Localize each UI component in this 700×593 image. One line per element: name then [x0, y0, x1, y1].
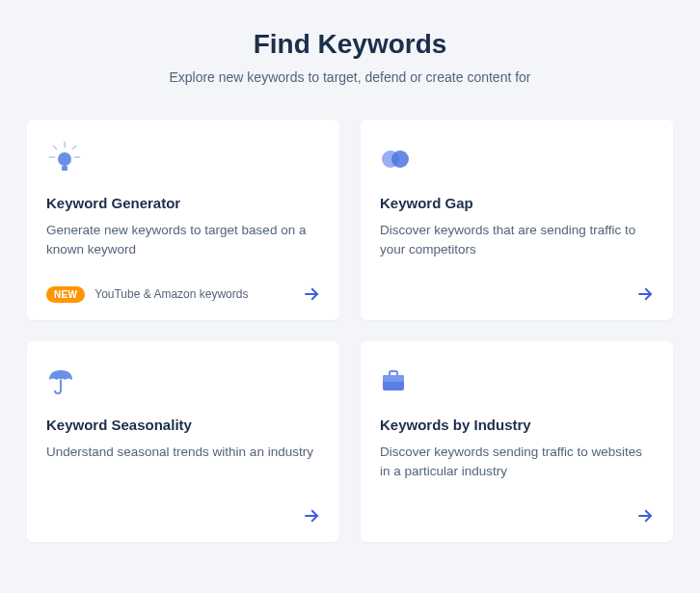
arrow-right-icon — [636, 285, 654, 303]
umbrella-icon — [46, 363, 320, 399]
card-footer — [380, 285, 654, 303]
card-keywords-by-industry[interactable]: Keywords by Industry Discover keywords s… — [361, 341, 673, 542]
svg-line-1 — [53, 146, 57, 149]
svg-rect-15 — [383, 375, 404, 382]
card-footer: NEW YouTube & Amazon keywords — [46, 285, 320, 303]
card-title: Keyword Seasonality — [46, 417, 320, 433]
card-keyword-gap[interactable]: Keyword Gap Discover keywords that are s… — [361, 120, 673, 320]
card-description: Generate new keywords to target based on… — [46, 221, 320, 270]
card-title: Keywords by Industry — [380, 417, 654, 433]
card-title: Keyword Generator — [46, 195, 320, 211]
page-title: Find Keywords — [27, 29, 673, 60]
new-badge: NEW — [46, 286, 85, 303]
card-title: Keyword Gap — [380, 195, 654, 211]
overlap-circles-icon — [380, 141, 654, 177]
card-description: Discover keywords sending traffic to web… — [380, 443, 654, 492]
badge-group: NEW YouTube & Amazon keywords — [46, 286, 248, 303]
card-keyword-generator[interactable]: Keyword Generator Generate new keywords … — [27, 120, 339, 320]
cards-grid: Keyword Generator Generate new keywords … — [27, 120, 673, 542]
page-subtitle: Explore new keywords to target, defend o… — [27, 69, 673, 85]
arrow-right-icon — [303, 507, 320, 525]
card-keyword-seasonality[interactable]: Keyword Seasonality Understand seasonal … — [27, 341, 339, 542]
card-description: Discover keywords that are sending traff… — [380, 221, 654, 270]
briefcase-icon — [380, 363, 654, 399]
card-footer — [380, 507, 654, 525]
arrow-right-icon — [636, 507, 654, 525]
svg-line-2 — [72, 146, 76, 149]
svg-point-5 — [58, 152, 71, 166]
svg-rect-6 — [62, 166, 67, 171]
card-footer — [46, 507, 320, 525]
lightbulb-icon — [46, 141, 320, 177]
card-description: Understand seasonal trends within an ind… — [46, 443, 320, 492]
arrow-right-icon — [303, 285, 320, 303]
page-header: Find Keywords Explore new keywords to ta… — [27, 29, 673, 85]
badge-text: YouTube & Amazon keywords — [94, 287, 248, 301]
svg-point-9 — [391, 150, 409, 168]
